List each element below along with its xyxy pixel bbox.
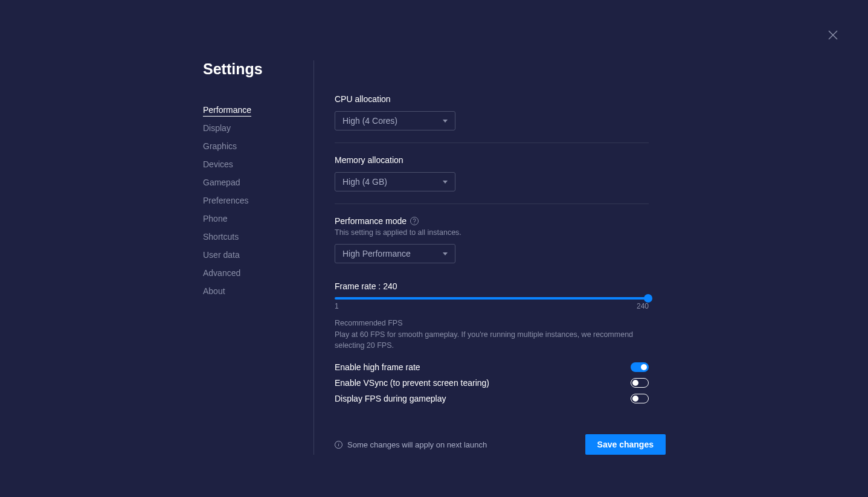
enable-high-frame-rate-toggle[interactable] bbox=[631, 362, 649, 372]
enable-vsync-toggle[interactable] bbox=[631, 378, 649, 388]
caret-down-icon bbox=[443, 181, 448, 184]
caret-down-icon bbox=[443, 120, 448, 123]
memory-allocation-select[interactable]: High (4 GB) bbox=[335, 172, 455, 191]
nav-item-gamepad[interactable]: Gamepad bbox=[203, 173, 301, 191]
slider-max: 240 bbox=[637, 302, 649, 310]
display-fps-toggle[interactable] bbox=[631, 394, 649, 403]
enable-high-frame-rate-label: Enable high frame rate bbox=[335, 362, 420, 372]
launch-notice: i Some changes will apply on next launch bbox=[335, 440, 487, 449]
nav-item-about[interactable]: About bbox=[203, 282, 301, 300]
nav-item-preferences[interactable]: Preferences bbox=[203, 191, 301, 210]
save-changes-button[interactable]: Save changes bbox=[585, 434, 666, 455]
cpu-allocation-select[interactable]: High (4 Cores) bbox=[335, 111, 455, 130]
info-icon: i bbox=[335, 441, 342, 449]
cpu-allocation-label: CPU allocation bbox=[335, 94, 649, 104]
slider-min: 1 bbox=[335, 302, 339, 310]
frame-rate-slider[interactable] bbox=[335, 297, 649, 300]
settings-sidebar: Settings Performance Display Graphics De… bbox=[203, 60, 314, 455]
nav-item-performance[interactable]: Performance bbox=[203, 101, 301, 119]
performance-mode-select[interactable]: High Performance bbox=[335, 244, 455, 263]
memory-allocation-label: Memory allocation bbox=[335, 155, 649, 165]
enable-vsync-label: Enable VSync (to prevent screen tearing) bbox=[335, 378, 489, 388]
performance-mode-label: Performance mode ? bbox=[335, 216, 649, 226]
page-title: Settings bbox=[203, 60, 301, 78]
slider-thumb[interactable] bbox=[644, 294, 652, 303]
nav-item-advanced[interactable]: Advanced bbox=[203, 264, 301, 282]
nav-item-display[interactable]: Display bbox=[203, 119, 301, 137]
display-fps-label: Display FPS during gameplay bbox=[335, 394, 446, 403]
caret-down-icon bbox=[443, 252, 448, 255]
recommended-fps-title: Recommended FPS bbox=[335, 319, 649, 327]
close-button[interactable] bbox=[828, 30, 838, 40]
close-icon bbox=[828, 30, 838, 40]
nav-item-phone[interactable]: Phone bbox=[203, 210, 301, 228]
nav-item-user-data[interactable]: User data bbox=[203, 246, 301, 264]
nav-item-devices[interactable]: Devices bbox=[203, 155, 301, 173]
frame-rate-label: Frame rate : 240 bbox=[335, 281, 649, 291]
settings-content: CPU allocation High (4 Cores) Memory all… bbox=[314, 60, 649, 455]
performance-mode-sublabel: This setting is applied to all instances… bbox=[335, 228, 649, 237]
recommended-fps-text: Play at 60 FPS for smooth gameplay. If y… bbox=[335, 330, 649, 351]
nav-item-shortcuts[interactable]: Shortcuts bbox=[203, 228, 301, 246]
nav-item-graphics[interactable]: Graphics bbox=[203, 137, 301, 155]
help-icon[interactable]: ? bbox=[410, 217, 419, 225]
